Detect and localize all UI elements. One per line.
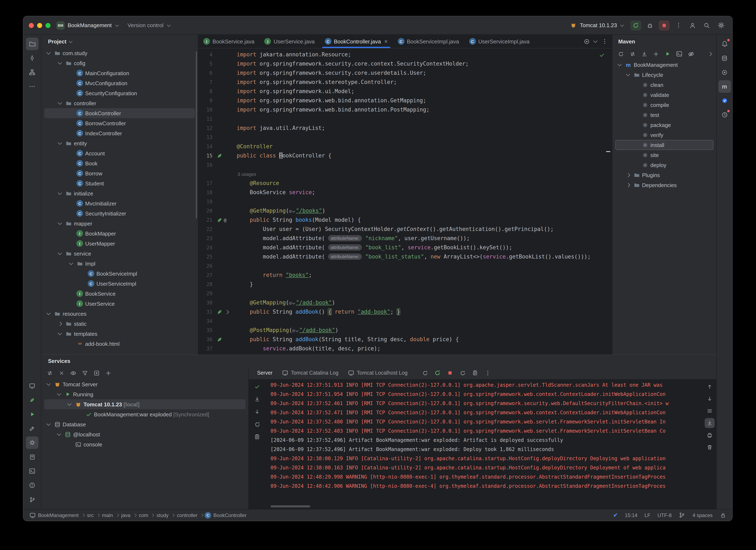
git-icon[interactable] bbox=[26, 493, 38, 506]
chevron-down-icon[interactable] bbox=[68, 260, 74, 266]
line-number[interactable]: 10 bbox=[198, 105, 212, 114]
chevron-down-icon[interactable] bbox=[56, 391, 62, 397]
plugin-status-icon[interactable]: ✔ bbox=[613, 512, 618, 518]
breadcrumb-item[interactable]: java bbox=[120, 512, 132, 518]
line-number[interactable]: 5 bbox=[198, 59, 212, 68]
project-item-static[interactable]: static bbox=[41, 319, 198, 329]
filter-icon[interactable] bbox=[80, 368, 90, 378]
status-ok-icon[interactable] bbox=[252, 382, 262, 392]
line-number[interactable]: 8 bbox=[198, 87, 212, 96]
project-scrollbar[interactable] bbox=[196, 51, 197, 218]
more-actions-button[interactable] bbox=[673, 20, 684, 30]
project-item-userserviceimpl[interactable]: CUserServiceImpl bbox=[41, 279, 198, 289]
chevron-down-icon[interactable] bbox=[57, 250, 63, 256]
line-number[interactable]: 31 bbox=[198, 308, 212, 317]
deployment-list-icon[interactable] bbox=[470, 368, 480, 378]
breadcrumb-leaf[interactable]: BookController bbox=[212, 512, 248, 518]
project-item-entity[interactable]: entity bbox=[41, 138, 198, 148]
spring-icon[interactable] bbox=[26, 394, 38, 406]
project-item-bookserviceimpl[interactable]: CBookServiceImpl bbox=[41, 268, 198, 279]
console-hscrollbar[interactable] bbox=[271, 505, 310, 507]
line-number[interactable]: 11 bbox=[198, 114, 212, 124]
maven-item-lifecycle[interactable]: Lifecycle bbox=[612, 70, 716, 80]
console-tab-server[interactable]: Server bbox=[253, 368, 277, 378]
line-number[interactable]: 12 bbox=[198, 124, 212, 133]
chevron-down-icon[interactable] bbox=[46, 311, 52, 317]
terminal-icon[interactable] bbox=[26, 465, 38, 477]
line-number[interactable]: 27 bbox=[198, 270, 212, 280]
line-number[interactable]: 26 bbox=[198, 261, 212, 270]
spring-bean-icon[interactable] bbox=[216, 153, 223, 159]
project-item-borrowcontroller[interactable]: CBorrowController bbox=[41, 118, 198, 128]
console-tab-tomcat-localhost-log[interactable]: Tomcat Localhost Log bbox=[344, 368, 412, 378]
chevron-down-icon[interactable] bbox=[57, 100, 63, 106]
line-number[interactable]: 28 bbox=[198, 280, 212, 289]
database-icon[interactable] bbox=[718, 52, 731, 64]
breadcrumb-item[interactable]: com bbox=[138, 512, 149, 518]
project-item-com-study[interactable]: com.study bbox=[41, 48, 198, 58]
maven-item-clean[interactable]: clean bbox=[612, 80, 716, 90]
settings-button[interactable] bbox=[716, 20, 726, 30]
line-number[interactable]: 30 bbox=[198, 298, 212, 308]
line-number[interactable]: 35 bbox=[198, 326, 212, 335]
chevron-down-icon[interactable] bbox=[56, 431, 62, 438]
build-icon[interactable] bbox=[26, 422, 38, 435]
project-item-mapper[interactable]: mapper bbox=[41, 218, 198, 228]
project-item-userservice[interactable]: IUserService bbox=[41, 299, 198, 309]
chevron-down-icon[interactable] bbox=[46, 421, 52, 428]
chevron-down-icon[interactable] bbox=[66, 401, 73, 407]
reimport-icon[interactable] bbox=[627, 49, 637, 59]
project-item-resources[interactable]: resources bbox=[41, 309, 198, 319]
more-options-icon[interactable] bbox=[483, 368, 493, 378]
line-number[interactable]: 23 bbox=[198, 234, 212, 243]
close-service-icon[interactable] bbox=[56, 368, 66, 378]
chevron-down-icon[interactable] bbox=[57, 60, 63, 66]
code-editor[interactable]: 4import jakarta.annotation.Resource;5imp… bbox=[198, 48, 612, 355]
project-item-usermapper[interactable]: IUserMapper bbox=[41, 238, 198, 248]
clear-all-icon[interactable] bbox=[705, 442, 715, 452]
add-service-icon[interactable] bbox=[103, 368, 113, 378]
line-number[interactable]: 24 bbox=[198, 243, 212, 252]
soft-wrap-icon[interactable] bbox=[705, 406, 715, 416]
scroll-down-icon[interactable] bbox=[252, 407, 262, 417]
maven-item-bookmanagement[interactable]: mBookManagement bbox=[612, 60, 716, 70]
spring-bean-icon[interactable] bbox=[216, 309, 223, 315]
chevron-down-icon[interactable] bbox=[617, 62, 623, 68]
line-number[interactable]: 6 bbox=[198, 68, 212, 78]
caret-position-widget[interactable]: 15:14 bbox=[625, 512, 637, 518]
vcs-selector[interactable]: Version control bbox=[128, 22, 172, 28]
chevron-down-icon[interactable] bbox=[46, 381, 52, 387]
chevron-down-icon[interactable] bbox=[57, 140, 63, 146]
group-by-icon[interactable] bbox=[91, 368, 101, 378]
close-tab-icon[interactable]: × bbox=[384, 38, 388, 45]
services-icon[interactable] bbox=[26, 436, 38, 449]
breadcrumb-item[interactable]: controller bbox=[176, 512, 199, 518]
line-number[interactable]: 21 bbox=[198, 215, 212, 225]
line-number[interactable]: 7 bbox=[198, 78, 212, 87]
breadcrumb-item[interactable]: main bbox=[101, 512, 114, 518]
breadcrumb-root[interactable]: BookManagement bbox=[37, 512, 80, 518]
maven-item-site[interactable]: site bbox=[612, 150, 716, 160]
arrow-up-icon[interactable] bbox=[705, 382, 715, 392]
maven-item-test[interactable]: test bbox=[612, 110, 716, 120]
download-sources-icon[interactable] bbox=[639, 49, 649, 59]
line-number[interactable]: 18 bbox=[198, 188, 212, 197]
close-window-button[interactable] bbox=[29, 23, 34, 28]
project-item-service[interactable]: service bbox=[41, 248, 198, 258]
notifications-icon[interactable] bbox=[718, 38, 731, 50]
search-everywhere-button[interactable] bbox=[701, 20, 712, 30]
todo-icon[interactable] bbox=[26, 380, 38, 392]
project-item-student[interactable]: CStudent bbox=[41, 178, 198, 188]
project-item-mvcconfiguration[interactable]: CMvcConfiguration bbox=[41, 78, 198, 88]
chevron-right-icon[interactable] bbox=[707, 51, 713, 57]
tab-options-icon[interactable] bbox=[583, 38, 590, 44]
line-number[interactable]: 22 bbox=[198, 225, 212, 234]
refresh-deploy-icon[interactable] bbox=[458, 368, 468, 378]
chevron-down-icon[interactable] bbox=[57, 331, 63, 337]
editor-tab-userservice-java[interactable]: IUserService.java bbox=[259, 35, 320, 48]
run-toolwindow-icon[interactable] bbox=[26, 408, 38, 421]
history-icon[interactable] bbox=[718, 109, 731, 121]
chevron-down-icon[interactable] bbox=[57, 220, 63, 226]
project-item-book[interactable]: CBook bbox=[41, 158, 198, 168]
editor-tab-bookserviceimpl-java[interactable]: CBookServiceImpl.java bbox=[393, 35, 464, 48]
